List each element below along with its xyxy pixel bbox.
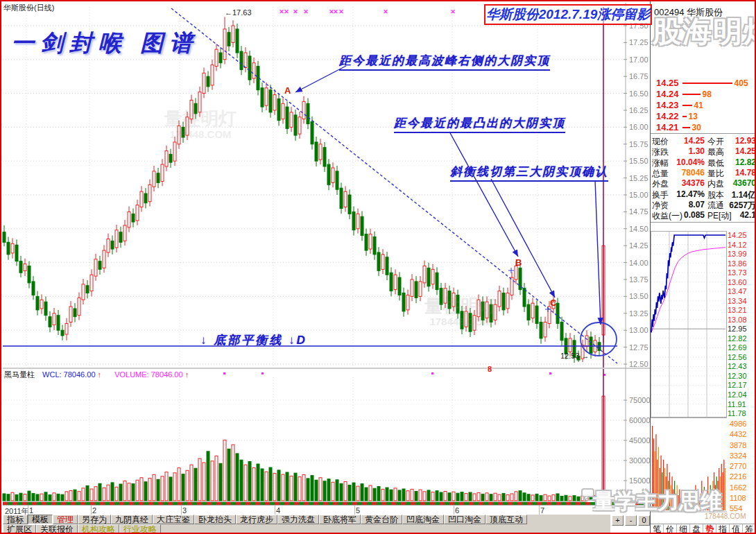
zoom-button--[interactable]: - — [625, 515, 637, 526]
toolbar-button-卧龙抬头[interactable]: 卧龙抬头 — [194, 515, 236, 524]
intraday-price-tick: 12.69 — [728, 343, 747, 352]
toolbar-button-凹口淘金[interactable]: 凹口淘金 — [444, 515, 486, 524]
panel-tab-细[interactable]: 细 — [677, 524, 690, 534]
toolbar-button-模板[interactable]: 模板 — [28, 515, 53, 524]
price-tick: 17.25 — [629, 38, 648, 46]
sell-level-row: 14.25405 — [656, 78, 748, 89]
intraday-price-tick: 13.47 — [728, 287, 747, 295]
toolbar-button-黄金台阶[interactable]: 黄金台阶 — [361, 515, 402, 524]
volume-tick: 75000 — [629, 396, 651, 404]
toolbar-button-强力洗盘[interactable]: 强力洗盘 — [277, 515, 319, 524]
marker-letter-c: C — [550, 298, 556, 308]
price-tick: 14.25 — [629, 241, 648, 250]
volume-value: VOLUME: 78046.00 — [114, 370, 182, 379]
price-tick: 12.75 — [629, 343, 648, 352]
price-tick: 16.00 — [629, 123, 648, 131]
annotation-2: 距今最近的最凸出的大阴实顶 — [394, 115, 565, 133]
month-label: 6 — [455, 506, 459, 515]
toolbar-button-机构攻略[interactable]: 机构攻略 — [78, 524, 119, 534]
sell-level-row: 14.2213 — [656, 111, 698, 122]
annotation-3: 斜衡线切第三大阴实顶确认 — [450, 164, 608, 182]
price-tick: 15.00 — [629, 191, 648, 199]
intraday-price-tick: 14.12 — [728, 241, 747, 249]
intraday-price-tick: 12.82 — [728, 334, 747, 343]
price-tick: 15.75 — [629, 140, 648, 148]
price-tick: 16.25 — [629, 106, 648, 114]
marker-letter-a: A — [284, 85, 291, 96]
wcl-value: WCL: 78046.00 — [42, 370, 95, 379]
toolbar-button-关联报价[interactable]: 关联报价 — [36, 524, 78, 534]
quote-info-row: 换手12.47%股本1.14亿 — [652, 189, 756, 200]
volume-tick: 15000 — [629, 476, 651, 485]
svg-text:✕: ✕ — [284, 8, 289, 15]
toolbar-button-另存为[interactable]: 另存为 — [78, 515, 111, 524]
svg-text:✕: ✕ — [383, 8, 388, 15]
toolbar-button-大庄宝鉴[interactable]: 大庄宝鉴 — [153, 515, 194, 524]
low-price-label: 12.53 → — [560, 352, 590, 360]
panel-tab-指[interactable]: 指 — [716, 524, 730, 534]
zoom-button-+[interactable]: + — [612, 515, 624, 526]
intraday-price-tick: 13.08 — [728, 316, 747, 324]
month-label: 5 — [356, 506, 360, 515]
intraday-price-tick: 13.99 — [728, 250, 747, 258]
panel-tab-价[interactable]: 价 — [664, 524, 677, 534]
marker-letter-b: B — [515, 257, 522, 268]
intraday-volume-tick: 1108 — [730, 494, 746, 502]
intraday-volume-tick: 4986 — [730, 420, 746, 428]
panel-tab-势[interactable]: 势 — [703, 524, 716, 534]
intraday-chart — [651, 231, 727, 420]
toolbar-button-顶底互动[interactable]: 顶底互动 — [486, 515, 527, 524]
toolbar-button-凹底淘金[interactable]: 凹底淘金 — [402, 515, 444, 524]
price-tick: 16.75 — [629, 72, 648, 80]
month-label: 3 — [182, 506, 187, 515]
chart-title: 华斯股份(日线) — [3, 3, 54, 13]
annotation-1: 距今最近的最高波峰右侧的大阴实顶 — [339, 53, 550, 71]
zoom-buttons: +-0 — [612, 515, 650, 526]
svg-text:✕: ✕ — [450, 8, 456, 15]
intraday-price-tick: 13.73 — [728, 268, 747, 277]
bottom-toolbar: 指标模板管理另存为九阴真经大庄宝鉴卧龙抬头龙行虎步强力洗盘卧底将军黄金台阶凹底淘… — [3, 515, 610, 534]
price-tick: 15.25 — [629, 174, 648, 182]
intraday-price-tick: 13.34 — [728, 297, 747, 305]
panel-tab-盘[interactable]: 盘 — [690, 524, 703, 534]
toolbar-button-九阴真经[interactable]: 九阴真经 — [111, 515, 153, 524]
svg-text:✕: ✕ — [303, 8, 309, 15]
toolbar-button-卧底将军[interactable]: 卧底将军 — [319, 515, 361, 524]
price-tick: 15.50 — [629, 157, 648, 165]
intraday-volume-tick: 4432 — [730, 430, 746, 438]
volume-tick: 60000 — [629, 416, 651, 424]
quote-info-row: 涨跌1.30最高14.25 — [652, 146, 756, 157]
app-window: ✕✕✕✕✕✕✕✕✕✕ 华斯股份(日线) 一剑封喉 图谱 华斯股份2012.7.1… — [0, 0, 756, 534]
intraday-price-tick: 11.91 — [728, 400, 746, 408]
toolbar-button-龙行虎步[interactable]: 龙行虎步 — [236, 515, 277, 524]
volume-indicator-header: 黑马量柱 WCL: 78046.00 ↑ VOLUME: 78046.00 ↑ — [4, 370, 189, 380]
panel-tab-笔[interactable]: 笔 — [651, 524, 664, 534]
intraday-price-tick: 13.60 — [728, 278, 747, 286]
intraday-price-tick: 13.86 — [728, 259, 747, 268]
volume-bars — [3, 396, 605, 501]
marker-8: 8 — [488, 365, 492, 373]
price-tick: 12.50 — [629, 360, 648, 368]
intraday-price-tick: 12.30 — [728, 372, 747, 380]
month-label: 7 — [540, 506, 544, 515]
peak-price-label: ←17.63 — [225, 8, 252, 17]
toolbar-button-行业攻略[interactable]: 行业攻略 — [119, 524, 161, 534]
toolbar-button-扩展区[interactable]: 扩展区 — [3, 524, 36, 534]
panel-tab-值[interactable]: 值 — [730, 524, 743, 534]
zoom-button-0[interactable]: 0 — [638, 515, 650, 526]
panel-tab-筹[interactable]: 筹 — [743, 524, 756, 534]
intraday-volume-tick: 3878 — [730, 441, 746, 449]
toolbar-row-2: 扩展区关联报价机构攻略行业攻略 — [3, 524, 610, 534]
intraday-price-tick: 12.95 — [728, 325, 747, 333]
screenshot-stamp: 华斯股份2012.7.19涨停留影 — [484, 4, 652, 25]
month-label: 1 — [29, 506, 33, 515]
svg-text:✕: ✕ — [293, 8, 298, 15]
intraday-volume-tick: 3324 — [730, 451, 746, 460]
quote-info-row: 净资8.07流通6257万 — [652, 200, 756, 210]
toolbar-button-指标[interactable]: 指标 — [3, 515, 28, 524]
volume-tick: 45000 — [629, 436, 651, 445]
toolbar-button-管理[interactable]: 管理 — [53, 515, 78, 524]
price-tick: 14.50 — [629, 225, 648, 233]
quote-info-row: 总量78046量比14.78 — [652, 168, 756, 178]
watermark-top-right: 股海明灯 — [652, 12, 756, 51]
